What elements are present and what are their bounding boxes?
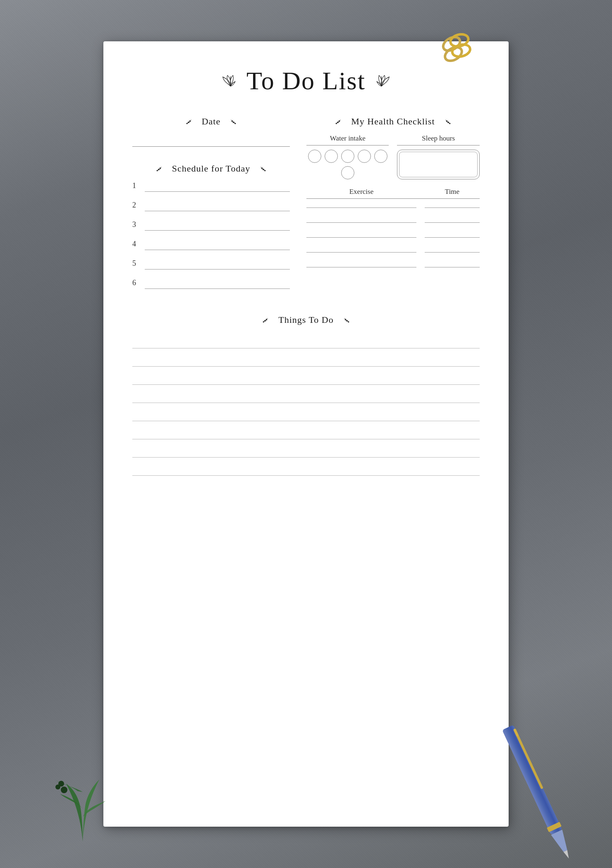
paper-sheet: To Do List [103, 41, 509, 827]
todo-line-2[interactable] [132, 351, 480, 367]
schedule-line-1[interactable] [145, 182, 290, 192]
schedule-section: Schedule for Today 1 [132, 163, 290, 289]
water-label: Water intake [306, 134, 389, 145]
svg-point-18 [336, 123, 337, 124]
schedule-item-4: 4 [132, 240, 290, 250]
schedule-number-5: 5 [132, 259, 141, 269]
schedule-line-6[interactable] [145, 279, 290, 289]
schedule-item-1: 1 [132, 181, 290, 192]
exercise-input-4[interactable] [306, 243, 416, 253]
svg-point-30 [61, 787, 67, 793]
svg-point-16 [263, 169, 264, 170]
exercise-input-5[interactable] [306, 258, 416, 267]
todo-line-8[interactable] [132, 460, 480, 476]
pen-decoration [498, 723, 579, 864]
water-circle-2[interactable] [325, 150, 338, 163]
left-leaf-icon [221, 74, 240, 88]
time-input-1[interactable] [425, 199, 480, 208]
time-column-label: Time [425, 188, 480, 196]
exercise-list [306, 199, 480, 267]
todo-line-3[interactable] [132, 369, 480, 385]
page-title: To Do List [246, 66, 366, 95]
water-sleep-row: Water intake Sleep hours [306, 134, 480, 179]
todo-line-5[interactable] [132, 405, 480, 421]
health-header: My Health Checklist [306, 116, 480, 127]
date-left-branch-icon [185, 117, 198, 126]
svg-rect-37 [513, 728, 519, 737]
todo-line-1[interactable] [132, 333, 480, 348]
todo-line-4[interactable] [132, 387, 480, 403]
svg-point-19 [337, 122, 338, 123]
water-circle-3[interactable] [341, 150, 354, 163]
exercise-input-2[interactable] [306, 214, 416, 223]
things-label: Things To Do [278, 315, 334, 325]
time-input-2[interactable] [425, 214, 480, 223]
left-column: Date [132, 116, 290, 298]
schedule-line-4[interactable] [145, 240, 290, 250]
svg-point-32 [58, 781, 64, 787]
svg-rect-33 [502, 725, 562, 835]
svg-point-20 [339, 121, 340, 122]
schedule-label: Schedule for Today [172, 163, 251, 174]
water-circles [306, 150, 389, 179]
health-left-branch-icon [335, 117, 347, 126]
todo-line-7[interactable] [132, 442, 480, 458]
water-circle-1[interactable] [308, 150, 321, 163]
things-header: Things To Do [132, 315, 480, 325]
date-header: Date [132, 116, 290, 127]
svg-point-23 [446, 121, 447, 122]
svg-point-29 [345, 319, 346, 320]
schedule-line-2[interactable] [145, 201, 290, 211]
exercise-row-1 [306, 199, 480, 208]
exercise-row-5 [306, 258, 480, 267]
svg-point-13 [158, 169, 159, 170]
svg-point-6 [186, 123, 187, 124]
water-circle-5[interactable] [374, 150, 387, 163]
things-todo-section: Things To Do [132, 315, 480, 476]
water-circle-6[interactable] [341, 166, 354, 179]
date-input-line[interactable] [132, 134, 290, 147]
date-label: Date [202, 116, 221, 127]
svg-point-9 [235, 123, 236, 124]
schedule-left-branch-icon [155, 164, 168, 173]
svg-point-31 [55, 785, 60, 789]
health-label: My Health Checklist [351, 116, 435, 127]
schedule-header: Schedule for Today [132, 163, 290, 174]
svg-point-27 [348, 322, 349, 322]
right-column: My Health Checklist [306, 116, 480, 298]
time-input-5[interactable] [425, 258, 480, 267]
time-input-3[interactable] [425, 229, 480, 238]
svg-rect-38 [547, 822, 562, 832]
svg-point-26 [266, 319, 267, 320]
exercise-input-1[interactable] [306, 199, 416, 208]
schedule-right-branch-icon [254, 164, 267, 173]
schedule-line-3[interactable] [145, 221, 290, 231]
schedule-line-5[interactable] [145, 260, 290, 269]
exercise-section: Exercise Time [306, 188, 480, 267]
svg-point-17 [262, 168, 263, 169]
svg-point-11 [232, 121, 233, 122]
water-circle-4[interactable] [358, 150, 371, 163]
todo-line-6[interactable] [132, 424, 480, 439]
svg-point-21 [449, 123, 450, 124]
health-right-branch-icon [439, 117, 452, 126]
water-intake-area: Water intake [306, 134, 389, 179]
exercise-input-3[interactable] [306, 229, 416, 238]
schedule-number-6: 6 [132, 279, 141, 289]
things-left-branch-icon [262, 315, 274, 324]
time-input-4[interactable] [425, 243, 480, 253]
exercise-row-2 [306, 214, 480, 223]
sleep-hours-box[interactable] [397, 150, 480, 179]
svg-point-7 [188, 122, 189, 123]
schedule-list: 1 2 3 4 5 [132, 181, 290, 289]
exercise-row-3 [306, 229, 480, 238]
svg-marker-35 [564, 850, 571, 859]
svg-point-10 [233, 122, 234, 123]
svg-point-24 [263, 322, 264, 322]
exercise-header-row: Exercise Time [306, 188, 480, 199]
schedule-number-3: 3 [132, 220, 141, 231]
things-right-branch-icon [338, 315, 350, 324]
schedule-item-2: 2 [132, 201, 290, 211]
title-section: To Do List [132, 66, 480, 95]
things-lines [132, 333, 480, 476]
